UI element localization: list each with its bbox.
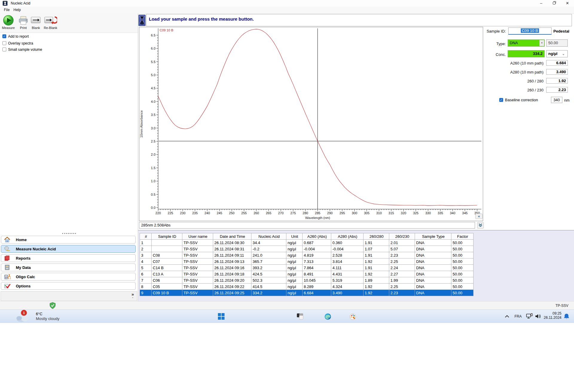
sidebar-item-reports[interactable]: Reports	[1, 254, 136, 262]
column-header[interactable]: 260/230	[389, 233, 415, 240]
sidebar-footer: »ˇ	[1, 291, 137, 301]
column-header[interactable]: Factor	[451, 233, 474, 240]
volume-icon[interactable]	[535, 313, 541, 319]
sample-id-selected-text: C09 10 B	[521, 28, 539, 33]
table-row[interactable]: 4C07TP-SSV26.11.2024 09:13365.7ng/µl7.31…	[140, 258, 474, 265]
conc-label: Conc.	[485, 52, 506, 57]
restore-button[interactable]	[548, 0, 561, 7]
table-cell: 7.313	[303, 258, 331, 265]
factor-field[interactable]: 50.00	[546, 39, 568, 47]
column-header[interactable]: #	[140, 233, 152, 240]
column-header[interactable]: Sample ID	[152, 233, 182, 240]
sample-id-input[interactable]: C09 10 B	[508, 27, 552, 35]
table-cell: C09 10 B	[152, 290, 182, 296]
table-cell: 2.27	[389, 271, 415, 277]
a280-label: A280 (10 mm path)	[485, 70, 544, 74]
sidebar-item-options[interactable]: Options	[1, 282, 136, 290]
sidebar-item-measure-nucleic-acid[interactable]: Measure Nucleic Acid	[1, 245, 136, 253]
sidebar-collapse-button[interactable]: »ˇ	[132, 293, 134, 300]
table-row[interactable]: 9C09 10 BTP-SSV26.11.2024 09:25334.2ng/µ…	[140, 290, 474, 296]
svg-text:C09 10 B: C09 10 B	[160, 28, 173, 32]
blank-button[interactable]: Blank	[30, 15, 42, 30]
table-cell	[152, 246, 182, 252]
svg-text:250: 250	[229, 211, 234, 215]
table-row[interactable]: 1TP-SSV26.11.2024 08:3034.4ng/µl0.6870.3…	[140, 240, 474, 246]
checkbox-add-to-report[interactable]: ✓ Add to report	[2, 34, 29, 39]
notification-bell-icon[interactable]	[564, 313, 569, 319]
checkbox-overlay-spectra[interactable]: Overlay spectra	[2, 41, 33, 45]
table-row[interactable]: 6C13 ATP-SSV26.11.2024 09:18424.5ng/µl8.…	[140, 271, 474, 277]
type-select[interactable]: DNA ▾	[508, 39, 545, 47]
table-cell: 502.3	[251, 277, 286, 284]
edge-browser-icon[interactable]	[324, 313, 331, 320]
table-cell: 2.23	[389, 290, 415, 296]
network-icon[interactable]	[526, 313, 533, 320]
column-header[interactable]: A260 (Abs)	[303, 233, 331, 240]
checkbox-small-sample-volume[interactable]: Small sample volume	[2, 47, 42, 52]
column-header[interactable]: Nucleic Acid	[251, 233, 286, 240]
checkbox-checked-icon: ✓	[2, 34, 6, 38]
ratio-260-280-label: 260 / 280	[485, 79, 544, 83]
svg-text:6.5: 6.5	[151, 33, 155, 37]
column-header[interactable]: 260/280	[364, 233, 389, 240]
expand-table-button[interactable]	[477, 222, 484, 229]
close-button[interactable]: ✕	[561, 0, 574, 7]
table-row[interactable]: 2TP-SSV26.11.2024 08:31-0.2ng/µl-0.004-0…	[140, 246, 474, 252]
sidebar-item-my-data[interactable]: My Data	[1, 264, 136, 271]
column-header[interactable]: Sample Type	[415, 233, 451, 240]
table-cell: 3.814	[331, 258, 364, 265]
ratio-260-230-value: 2.23	[546, 87, 568, 93]
table-cell: 1.92	[364, 271, 389, 277]
splitter-handle[interactable]	[62, 233, 76, 234]
table-cell: 50.00	[451, 277, 474, 284]
table-cell: TP-SSV	[182, 240, 213, 246]
table-cell: 26.11.2024 09:18	[213, 271, 251, 277]
table-row[interactable]: 7C06TP-SSV26.11.2024 09:20502.3ng/µl10.0…	[140, 277, 474, 284]
table-row[interactable]: 8C05TP-SSV26.11.2024 09:22414.5ng/µl8.28…	[140, 284, 474, 290]
reblank-button[interactable]: Re-Blank	[42, 15, 59, 30]
table-row[interactable]: 3C08TP-SSV26.11.2024 09:11241.0ng/µl4.81…	[140, 252, 474, 258]
baseline-wavelength-input[interactable]: 340	[551, 97, 562, 103]
sidebar-label: Measure Nucleic Acid	[16, 247, 56, 251]
print-button[interactable]: Print	[17, 15, 29, 30]
menu-file[interactable]: File	[4, 8, 10, 12]
results-table[interactable]: #Sample IDUser nameDate and TimeNucleic …	[140, 233, 474, 296]
menu-help[interactable]: Help	[13, 8, 21, 12]
home-icon	[4, 237, 10, 243]
sidebar-item-oligo-calc[interactable]: Oligo Calc	[1, 273, 136, 281]
unit-select[interactable]: ng/µl ⌄	[546, 50, 568, 57]
sidebar-item-home[interactable]: Home	[1, 236, 136, 244]
tray-chevron-up-icon[interactable]	[505, 315, 509, 318]
language-indicator[interactable]: FRA	[515, 314, 522, 318]
minimize-button[interactable]: –	[535, 0, 548, 7]
start-button[interactable]	[218, 313, 225, 320]
paint-app-icon[interactable]	[349, 313, 357, 320]
sidebar-label: My Data	[16, 265, 31, 270]
task-view-icon[interactable]	[297, 313, 304, 320]
measure-button[interactable]: Measure	[1, 15, 16, 30]
checkbox-label: Add to report	[8, 34, 29, 39]
column-header[interactable]: User name	[182, 233, 213, 240]
sidebar-label: Reports	[16, 256, 30, 261]
checkbox-label: Overlay spectra	[8, 41, 33, 45]
baseline-checkbox[interactable]: ✓	[499, 98, 503, 102]
table-cell: 26.11.2024 09:25	[213, 290, 251, 296]
svg-text:315: 315	[389, 211, 394, 215]
table-cell: 50.00	[451, 252, 474, 258]
collapse-panel-button[interactable]: «	[475, 214, 483, 219]
column-header[interactable]: Unit	[286, 233, 303, 240]
clock-widget[interactable]: 09:25 26.11.2024	[542, 311, 561, 320]
table-cell: -0.004	[303, 246, 331, 252]
ratio-260-230-label: 260 / 230	[485, 88, 544, 92]
column-header[interactable]: A280 (Abs)	[331, 233, 364, 240]
column-header[interactable]: Date and Time	[213, 233, 251, 240]
spectrum-chart[interactable]: 2202252302352402452502552602652702752802…	[139, 27, 483, 221]
svg-text:1.0: 1.0	[151, 179, 155, 183]
weather-widget[interactable]: 1 6°C Mostly cloudy	[12, 310, 96, 323]
table-cell: ng/µl	[286, 265, 303, 271]
tray-date: 26.11.2024	[542, 316, 561, 320]
a260-label: A260 (10 mm path)	[485, 61, 544, 65]
svg-text:275: 275	[290, 211, 296, 215]
table-row[interactable]: 5C14 BTP-SSV26.11.2024 09:16393.2ng/µl7.…	[140, 265, 474, 271]
table-cell: 2.25	[389, 284, 415, 290]
